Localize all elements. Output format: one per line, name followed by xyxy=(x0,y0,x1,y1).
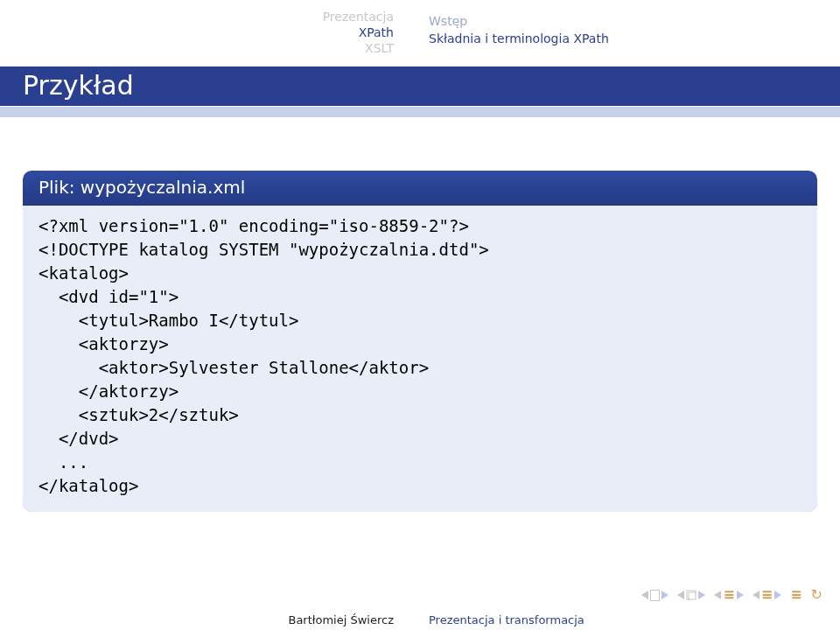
frame-title: Przykład xyxy=(23,70,817,101)
svg-marker-7 xyxy=(737,591,744,599)
svg-marker-6 xyxy=(714,591,721,599)
section-nav: Prezentacja XPath XSLT xyxy=(323,9,394,56)
subsection-item[interactable]: Wstęp xyxy=(429,12,609,30)
nav-frame[interactable] xyxy=(677,590,705,600)
nav-subsection[interactable]: ≡ xyxy=(714,589,743,601)
nav-slide[interactable] xyxy=(641,590,668,601)
footer-author: Bartłomiej Świercz xyxy=(288,613,394,626)
nav-section[interactable]: ≡ xyxy=(752,589,781,601)
svg-marker-0 xyxy=(641,591,648,599)
subsection-icon: ≡ xyxy=(723,589,734,601)
section-item[interactable]: Prezentacja xyxy=(323,9,394,24)
svg-marker-9 xyxy=(774,591,781,599)
svg-marker-8 xyxy=(752,591,760,599)
beamer-nav-icons: ≡ ≡ ≡ ↻ xyxy=(641,586,822,604)
frame-title-shadow xyxy=(0,107,840,117)
section-item-active[interactable]: XPath xyxy=(323,24,394,40)
frame-title-bar: Przykład xyxy=(0,66,840,106)
section-item[interactable]: XSLT xyxy=(323,40,394,56)
subsection-item-active[interactable]: Składnia i terminologia XPath xyxy=(429,30,609,47)
example-block: Plik: wypożyczalnia.xml <?xml version="1… xyxy=(23,171,817,512)
example-code: <?xml version="1.0" encoding="iso-8859-2… xyxy=(23,206,817,512)
goto-icon[interactable]: ≡ xyxy=(790,589,802,601)
svg-marker-1 xyxy=(662,591,668,599)
slide: Prezentacja XPath XSLT Wstęp Składnia i … xyxy=(0,0,840,630)
header: Prezentacja XPath XSLT Wstęp Składnia i … xyxy=(0,0,840,61)
subsection-nav: Wstęp Składnia i terminologia XPath xyxy=(429,12,609,47)
footer-title: Prezentacja i transformacja xyxy=(429,613,584,626)
svg-marker-5 xyxy=(698,591,705,599)
svg-marker-2 xyxy=(677,591,684,599)
back-forward-icon[interactable]: ↻ xyxy=(811,589,822,601)
slide-icon xyxy=(650,590,660,601)
footer: Bartłomiej Świercz Prezentacja i transfo… xyxy=(0,607,840,630)
section-icon: ≡ xyxy=(761,589,773,601)
example-caption: Plik: wypożyczalnia.xml xyxy=(23,171,817,206)
